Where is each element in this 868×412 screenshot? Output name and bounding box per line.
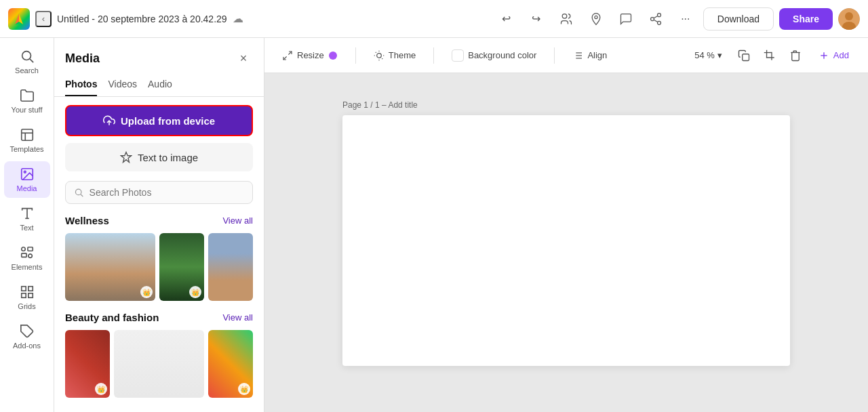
sidebar-item-grids[interactable]: Grids <box>4 279 50 316</box>
addons-icon <box>20 324 35 339</box>
svg-point-33 <box>75 189 81 194</box>
toolbar-divider-3 <box>554 47 555 64</box>
upload-from-device-button[interactable]: Upload from device <box>65 105 253 136</box>
svg-point-22 <box>21 247 25 251</box>
svg-rect-28 <box>21 293 25 297</box>
wellness-view-all[interactable]: View all <box>222 215 253 226</box>
sidebar-item-addons[interactable]: Add-ons <box>4 318 50 355</box>
delete-button[interactable] <box>785 45 806 66</box>
sync-icon: ☁ <box>233 12 243 25</box>
share-view-button[interactable] <box>644 7 668 31</box>
premium-badge: 👑 <box>95 383 107 395</box>
more-button[interactable]: ··· <box>673 7 698 31</box>
sidebar-item-your-stuff[interactable]: Your stuff <box>4 83 50 119</box>
beauty-photo-1[interactable]: 👑 <box>65 330 110 398</box>
tab-videos[interactable]: Videos <box>108 73 137 96</box>
svg-line-42 <box>382 58 382 59</box>
sidebar-item-media[interactable]: Media <box>4 161 50 198</box>
image-icon <box>20 167 35 182</box>
wellness-photo-3[interactable] <box>208 233 253 301</box>
svg-marker-32 <box>121 152 131 163</box>
premium-badge: 👑 <box>189 286 201 298</box>
beauty-photo-grid: 👑 👑 <box>65 330 253 398</box>
share-button[interactable]: Share <box>779 8 833 30</box>
beauty-section-header: Beauty and fashion View all <box>65 312 253 323</box>
media-panel-body: Upload from device Text to image Wellnes… <box>54 105 264 412</box>
grids-icon <box>20 285 35 300</box>
search-icon <box>74 187 84 198</box>
chevron-down-icon: ▾ <box>717 50 722 60</box>
search-photos-input[interactable] <box>90 187 244 198</box>
resize-canvas-button[interactable] <box>759 45 781 66</box>
resize-icon <box>282 50 293 61</box>
main-area: Search Your stuff Templates Media Text <box>0 38 868 412</box>
text-to-image-button[interactable]: Text to image <box>65 143 253 171</box>
premium-badge: 👑 <box>140 286 153 298</box>
upload-icon <box>103 115 115 127</box>
sparkle-icon <box>120 151 132 163</box>
svg-point-7 <box>657 21 660 24</box>
search-icon <box>20 49 35 64</box>
zoom-control[interactable]: 54 % ▾ <box>688 46 729 64</box>
align-icon <box>572 50 583 61</box>
toolbar-divider-1 <box>355 47 356 64</box>
wellness-section-header: Wellness View all <box>65 215 253 226</box>
sidebar-item-search[interactable]: Search <box>4 43 50 80</box>
download-button[interactable]: Download <box>703 7 774 30</box>
premium-badge: 👑 <box>238 383 250 395</box>
wellness-photo-1[interactable]: 👑 <box>65 233 155 301</box>
svg-line-14 <box>30 59 33 62</box>
wellness-photo-grid: 👑 👑 <box>65 233 253 301</box>
back-button[interactable]: ‹ <box>35 11 52 27</box>
theme-button[interactable]: Theme <box>367 46 422 65</box>
svg-point-19 <box>24 171 26 173</box>
resize-button[interactable]: Resize <box>275 46 344 65</box>
canvas-page[interactable] <box>342 115 790 366</box>
undo-button[interactable]: ↩ <box>494 7 519 31</box>
svg-point-11 <box>845 12 853 20</box>
svg-rect-27 <box>28 287 32 291</box>
resize-magic-icon <box>328 51 338 60</box>
plus-icon <box>818 50 829 61</box>
theme-icon <box>374 50 384 61</box>
align-button[interactable]: Align <box>566 46 614 65</box>
document-title: Untitled - 20 septembre 2023 à 20.42.29 … <box>57 12 489 25</box>
svg-point-37 <box>329 52 337 60</box>
app-logo[interactable] <box>8 8 30 30</box>
tab-photos[interactable]: Photos <box>65 73 97 96</box>
tab-audio[interactable]: Audio <box>148 73 172 96</box>
wellness-photo-2[interactable]: 👑 <box>159 233 204 301</box>
sidebar-item-text[interactable]: Text <box>4 201 50 237</box>
canvas-body: Page 1 / 1 – Add title <box>264 73 868 412</box>
redo-button[interactable]: ↪ <box>524 7 549 31</box>
comments-button[interactable] <box>614 7 638 31</box>
duplicate-button[interactable] <box>733 45 755 66</box>
add-button[interactable]: Add <box>810 46 857 65</box>
sidebar-item-elements[interactable]: Elements <box>4 240 50 276</box>
beauty-title: Beauty and fashion <box>65 312 159 323</box>
topbar-actions: ↩ ↪ ··· Download Share <box>494 7 860 31</box>
toolbar-divider-2 <box>433 47 434 64</box>
elements-icon <box>20 245 35 260</box>
copy-icon <box>738 49 750 62</box>
text-icon <box>20 206 35 221</box>
toolbar-right: 54 % ▾ <box>688 45 857 66</box>
svg-rect-24 <box>21 253 26 258</box>
beauty-view-all[interactable]: View all <box>222 312 253 323</box>
background-color-button[interactable]: Background color <box>445 45 543 66</box>
svg-line-8 <box>654 20 658 22</box>
avatar[interactable] <box>838 8 860 30</box>
media-panel-header: Media × <box>54 38 264 73</box>
collaborators-button[interactable] <box>554 7 578 31</box>
svg-line-41 <box>376 52 376 52</box>
beauty-photo-2[interactable] <box>114 330 204 398</box>
svg-rect-23 <box>27 247 32 251</box>
svg-point-6 <box>650 17 654 20</box>
beauty-photo-3[interactable]: 👑 <box>208 330 253 398</box>
canvas-toolbar: Resize Theme Background col <box>264 38 868 73</box>
sidebar-item-templates[interactable]: Templates <box>4 122 50 159</box>
svg-rect-26 <box>21 287 25 291</box>
media-panel-close-button[interactable]: × <box>234 49 253 68</box>
location-button[interactable] <box>584 7 608 31</box>
svg-point-25 <box>28 254 32 258</box>
